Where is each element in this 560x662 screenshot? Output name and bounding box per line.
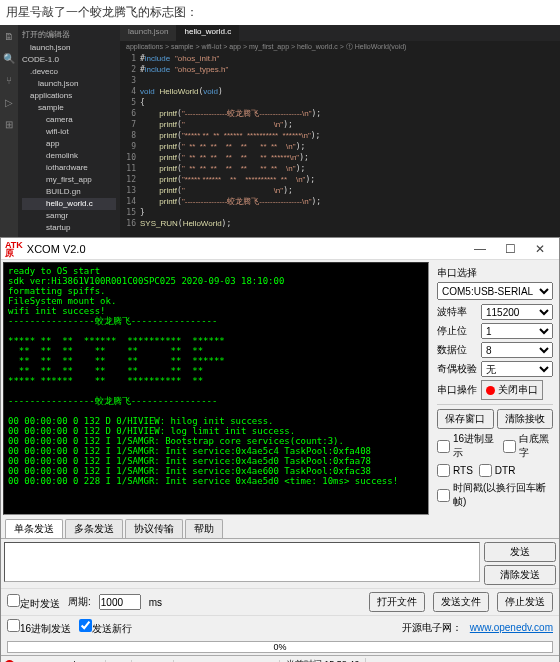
open-file-button[interactable]: 打开文件 (369, 592, 425, 612)
tree-node[interactable]: launch.json (22, 42, 116, 54)
send-newline-checkbox[interactable]: 发送新行 (79, 619, 132, 636)
send-input[interactable] (4, 542, 480, 582)
baud-select[interactable]: 115200 (481, 304, 553, 320)
rts-checkbox[interactable]: RTS (437, 464, 473, 477)
tree-node[interactable]: demolink (22, 150, 116, 162)
openedv-link[interactable]: www.openedv.com (470, 622, 553, 633)
send-area: 发送 清除发送 (1, 539, 559, 588)
xcom-titlebar: ATK原 XCOM V2.0 — ☐ ✕ (1, 238, 559, 260)
clear-send-button[interactable]: 清除发送 (484, 565, 556, 585)
send-tab[interactable]: 多条发送 (65, 519, 123, 538)
tree-node[interactable]: hello_world.c (22, 198, 116, 210)
xcom-window: ATK原 XCOM V2.0 — ☐ ✕ ready to OS start s… (0, 237, 560, 662)
code-content[interactable]: #include "ohos_init.h" #include "ohos_ty… (140, 53, 560, 237)
link-label: 开源电子网： (402, 621, 462, 635)
tree-node[interactable]: CODE-1.0 (22, 54, 116, 66)
sidebar-header: 打开的编辑器 (22, 29, 116, 40)
line-gutter: 1 2 3 4 5 6 7 8 9 10 11 12 13 14 15 16 (120, 53, 140, 237)
databit-select[interactable]: 8 (481, 342, 553, 358)
xcom-logo: ATK原 (5, 241, 23, 257)
vscode-sidebar: 打开的编辑器 launch.jsonCODE-1.0.devecolaunch.… (18, 25, 120, 237)
breadcrumb[interactable]: applications > sample > wifi-iot > app >… (120, 41, 560, 53)
file-tree: launch.jsonCODE-1.0.devecolaunch.jsonapp… (22, 42, 116, 237)
dtr-checkbox[interactable]: DTR (479, 464, 516, 477)
stopbit-label: 停止位 (437, 324, 481, 338)
serial-console[interactable]: ready to OS start sdk ver:Hi3861V100R001… (3, 262, 429, 515)
progress-bar: 0% (7, 641, 553, 653)
tree-node[interactable]: samgr (22, 210, 116, 222)
timestamp-checkbox[interactable]: 时间戳(以换行回车断帧) (437, 481, 553, 509)
vscode-window: 🗎 🔍 ⑂ ▷ ⊞ 打开的编辑器 launch.jsonCODE-1.0.dev… (0, 25, 560, 237)
send-mode-tabs: 单条发送多条发送协议传输帮助 (1, 517, 559, 539)
tree-node[interactable]: camera (22, 114, 116, 126)
editor-tab[interactable]: hello_world.c (176, 25, 239, 41)
baud-label: 波特率 (437, 305, 481, 319)
send-tab[interactable]: 单条发送 (5, 519, 63, 538)
tree-node[interactable]: launch.json (22, 78, 116, 90)
period-unit: ms (149, 597, 162, 608)
vscode-main: launch.jsonhello_world.c applications > … (120, 25, 560, 237)
period-input[interactable] (99, 594, 141, 610)
save-window-button[interactable]: 保存窗口 (437, 409, 494, 429)
tree-node[interactable]: .deveco (22, 66, 116, 78)
search-icon[interactable]: 🔍 (2, 51, 16, 65)
debug-icon[interactable]: ▷ (2, 95, 16, 109)
parity-label: 奇偶校验 (437, 362, 481, 376)
port-select[interactable]: COM5:USB-SERIAL (437, 282, 553, 300)
xcom-title-text: XCOM V2.0 (27, 243, 465, 255)
send-tab[interactable]: 协议传输 (125, 519, 183, 538)
page-caption: 用星号敲了一个蛟龙腾飞的标志图： (0, 0, 560, 25)
code-editor[interactable]: 1 2 3 4 5 6 7 8 9 10 11 12 13 14 15 16 #… (120, 53, 560, 237)
send-file-button[interactable]: 发送文件 (433, 592, 489, 612)
editor-tabs: launch.jsonhello_world.c (120, 25, 560, 41)
status-bar: www.openedv.com S:0 R:2217 CTS=0 DSR=0 D… (1, 655, 559, 662)
files-icon[interactable]: 🗎 (2, 29, 16, 43)
tree-node[interactable]: my_first_app (22, 174, 116, 186)
tree-node[interactable]: iothardware (22, 162, 116, 174)
send-tab[interactable]: 帮助 (185, 519, 223, 538)
serial-settings-panel: 串口选择 COM5:USB-SERIAL 波特率115200 停止位1 数据位8… (431, 260, 559, 517)
tree-node[interactable]: BUILD.gn (22, 186, 116, 198)
stopbit-select[interactable]: 1 (481, 323, 553, 339)
tree-node[interactable]: applications (22, 90, 116, 102)
stop-send-button[interactable]: 停止发送 (497, 592, 553, 612)
parity-select[interactable]: 无 (481, 361, 553, 377)
tree-node[interactable]: BUILD.gn (22, 234, 116, 237)
send-button[interactable]: 发送 (484, 542, 556, 562)
tree-node[interactable]: startup (22, 222, 116, 234)
vscode-activity-bar: 🗎 🔍 ⑂ ▷ ⊞ (0, 25, 18, 237)
white-bg-checkbox[interactable]: 白底黑字 (503, 432, 553, 460)
port-group-label: 串口选择 (437, 266, 553, 280)
tree-node[interactable]: wifi-iot (22, 126, 116, 138)
minimize-button[interactable]: — (465, 242, 495, 256)
timed-send-checkbox[interactable]: 定时发送 (7, 594, 60, 611)
hex-send-checkbox[interactable]: 16进制发送 (7, 619, 71, 636)
send-options-row: 定时发送 周期: ms 打开文件 发送文件 停止发送 (1, 588, 559, 615)
record-icon (486, 386, 495, 395)
status-time: 当前时间 15:58:46 (280, 658, 367, 662)
port-op-label: 串口操作 (437, 383, 481, 397)
clear-recv-button[interactable]: 清除接收 (497, 409, 554, 429)
maximize-button[interactable]: ☐ (495, 242, 525, 256)
period-label: 周期: (68, 595, 91, 609)
extensions-icon[interactable]: ⊞ (2, 117, 16, 131)
tree-node[interactable]: sample (22, 102, 116, 114)
port-toggle-button[interactable]: 关闭串口 (481, 380, 543, 400)
databit-label: 数据位 (437, 343, 481, 357)
tree-node[interactable]: app (22, 138, 116, 150)
hex-display-checkbox[interactable]: 16进制显示 (437, 432, 497, 460)
close-button[interactable]: ✕ (525, 242, 555, 256)
editor-tab[interactable]: launch.json (120, 25, 176, 41)
send-options-row-2: 16进制发送 发送新行 开源电子网： www.openedv.com (1, 615, 559, 639)
scm-icon[interactable]: ⑂ (2, 73, 16, 87)
